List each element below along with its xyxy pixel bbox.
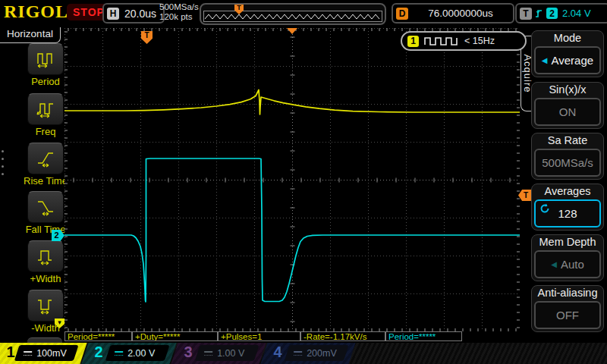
- measure-item-freq[interactable]: Freq: [27, 93, 64, 125]
- sa-rate-value: 500MSa/s: [534, 149, 601, 177]
- channel4-scale-box: 200mV: [285, 345, 349, 361]
- memory-position-thumbnail: T: [200, 3, 386, 25]
- freq-icon: [36, 100, 55, 118]
- measure-item-plus-width[interactable]: +Width: [27, 240, 64, 272]
- measure-item-fall-time[interactable]: Fall Time: [27, 191, 64, 223]
- thumbnail-waveform: [205, 12, 381, 21]
- square-wave-icon: [424, 36, 459, 46]
- channel1-number: 1: [6, 344, 14, 361]
- delay-box[interactable]: D 76.0000000us: [392, 3, 514, 24]
- rigol-logo: RIGOL: [4, 2, 68, 22]
- measurement-bar: Period=***** +Duty=***** +Pulses=1 -Rate…: [64, 331, 520, 343]
- measure-item-minus-width[interactable]: -Width: [27, 290, 64, 322]
- sample-rate-box: 500MSa/s 120k pts: [159, 2, 199, 22]
- sinx-value: ON: [534, 98, 601, 126]
- softkey-sa-rate[interactable]: Sa Rate 500MSa/s: [531, 133, 604, 180]
- top-status-bar: RIGOL STOP H 20.0us 500MSa/s 120k pts T …: [0, 0, 607, 25]
- trigger-box[interactable]: T 2 2.04 V: [515, 3, 607, 24]
- softkey-anti-aliasing[interactable]: Anti-aliasing OFF: [531, 285, 604, 332]
- channel1-scale-box: 100mV: [14, 345, 79, 361]
- channel1-block[interactable]: 1 100mV: [0, 343, 87, 364]
- right-soft-menu: Acquire Mode ◀ Average Sin(x)/x ON Sa Ra…: [520, 25, 607, 343]
- left-arrow-icon: ◀: [551, 260, 557, 268]
- measurement-cell: Period=*****: [64, 331, 132, 341]
- channel4-block[interactable]: 4 200mV: [260, 343, 355, 364]
- period-button[interactable]: [27, 43, 64, 75]
- left-measure-menu: Horizontal Period Freq: [0, 25, 64, 343]
- measurement-cell: +Duty=*****: [132, 331, 218, 341]
- minus-width-button[interactable]: [27, 290, 64, 322]
- period-icon: [36, 50, 55, 68]
- channel3-scale-box: 1.00 V: [195, 345, 259, 361]
- fall-time-icon: [36, 198, 55, 216]
- measure-item-rise-time[interactable]: Rise Time: [27, 143, 64, 174]
- dc-coupling-icon: [204, 350, 212, 356]
- softkey-mode[interactable]: Mode ◀ Average: [531, 30, 604, 77]
- mode-value: ◀ Average: [534, 46, 601, 74]
- averages-value: 128: [534, 199, 601, 228]
- plus-width-button[interactable]: [27, 240, 64, 272]
- softkey-sinx[interactable]: Sin(x)/x ON: [531, 82, 604, 129]
- ch1-waveform: [64, 90, 520, 115]
- delay-value: 76.0000000us: [411, 8, 510, 19]
- trigger-level-value: 2.04 V: [562, 8, 591, 19]
- channel2-block[interactable]: 2 2.00 V: [81, 343, 176, 364]
- left-menu-title: Horizontal: [0, 27, 61, 43]
- sample-rate: 500MSa/s: [159, 2, 199, 12]
- channel2-number: 2: [94, 344, 102, 361]
- h-badge: H: [107, 8, 119, 20]
- waveform-display: 1 < 15Hz: [64, 28, 520, 331]
- anti-aliasing-value: OFF: [534, 301, 601, 329]
- left-arrow-icon: ◀: [542, 56, 548, 64]
- rise-time-icon: [36, 149, 55, 168]
- next-menu-item-partial: [27, 337, 62, 343]
- softkey-mem-depth[interactable]: Mem Depth ◀ Auto: [531, 234, 604, 281]
- channel2-scale: 2.00 V: [127, 348, 155, 359]
- trigger-frequency-value: < 15Hz: [464, 36, 495, 46]
- channel-status-bar: 1 100mV 2 2.00 V 3 1.00: [0, 343, 607, 364]
- channel3-number: 3: [184, 344, 192, 361]
- horizontal-scale-value: 20.0us: [124, 8, 156, 20]
- dc-coupling-icon: [294, 350, 302, 356]
- trigger-frequency-badge: 1 < 15Hz: [401, 31, 527, 51]
- memory-points: 120k pts: [159, 12, 199, 22]
- refresh-icon: [539, 203, 550, 214]
- channel4-number: 4: [273, 344, 281, 361]
- horizontal-center-marker: [287, 28, 297, 34]
- measure-item-period[interactable]: Period: [27, 43, 64, 75]
- dc-coupling-icon: [115, 350, 123, 356]
- graticule: [64, 28, 520, 331]
- channel4-scale: 200mV: [307, 348, 337, 359]
- freq-button[interactable]: [27, 93, 64, 125]
- horizontal-scale-box[interactable]: H 20.0us: [102, 3, 165, 24]
- minus-width-icon: [36, 297, 55, 315]
- rise-time-button[interactable]: [27, 143, 64, 174]
- channel2-scale-box: 2.00 V: [105, 345, 170, 361]
- thumbnail-wave-area: [203, 11, 382, 22]
- dc-coupling-icon: [24, 350, 32, 356]
- rising-edge-icon: [535, 8, 543, 19]
- fall-time-button[interactable]: [27, 191, 64, 223]
- measurement-cell: -Rate=-1.17kV/s: [300, 331, 385, 341]
- oscilloscope-screen: RIGOL STOP H 20.0us 500MSa/s 120k pts T …: [0, 0, 607, 364]
- plus-width-icon: [36, 247, 55, 265]
- measurement-cell: Period=*****: [385, 331, 462, 341]
- channel3-block[interactable]: 3 1.00 V: [171, 343, 266, 364]
- mem-depth-value: ◀ Auto: [534, 250, 601, 278]
- trigger-source-badge: 2: [546, 8, 558, 19]
- trigger-freq-channel-badge: 1: [407, 36, 419, 47]
- channel1-scale: 100mV: [36, 348, 67, 359]
- t-badge: T: [520, 8, 532, 20]
- measurement-cell: +Pulses=1: [218, 331, 300, 341]
- channel3-scale: 1.00 V: [217, 348, 244, 359]
- menu-page-dots: [2, 150, 4, 175]
- softkey-averages[interactable]: Averages 128: [531, 184, 604, 231]
- d-badge: D: [396, 8, 408, 20]
